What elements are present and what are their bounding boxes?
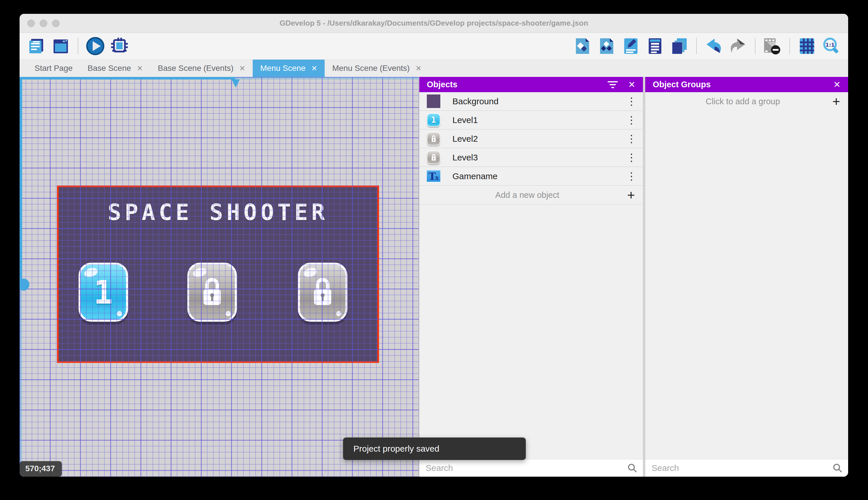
tab-close-icon[interactable]: ✕ <box>137 64 143 72</box>
object-groups-panel: Object Groups ✕ Click to add a group + <box>645 77 848 477</box>
debugger-icon[interactable] <box>110 37 129 56</box>
add-object-row[interactable]: Add a new object + <box>419 186 643 205</box>
traffic-lights <box>27 20 60 27</box>
thumb-letter-sub: x <box>435 174 438 181</box>
grid-icon[interactable] <box>797 37 817 56</box>
tab-label: Base Scene <box>87 64 131 73</box>
tab-close-icon[interactable]: ✕ <box>311 64 317 72</box>
toolbar-separator <box>696 38 697 54</box>
preview-play-icon[interactable] <box>86 37 105 56</box>
tab-label: Menu Scene <box>260 64 305 73</box>
redo-icon[interactable] <box>728 37 748 56</box>
zoom-ratio-text: 1:1 <box>825 42 835 48</box>
add-group-row[interactable]: Click to add a group + <box>645 92 848 111</box>
toolbar-separator <box>755 38 755 54</box>
thumb-number: 1 <box>431 115 436 125</box>
thumb-letter: T <box>429 171 436 181</box>
add-group-label: Click to add a group <box>653 97 832 106</box>
instances-list-icon[interactable] <box>646 37 665 56</box>
tab-close-icon[interactable]: ✕ <box>415 64 422 72</box>
object-groups-panel-header: Object Groups ✕ <box>645 77 848 92</box>
tab-menu-scene-events[interactable]: Menu Scene (Events) ✕ <box>325 60 429 77</box>
filter-icon[interactable] <box>608 81 618 88</box>
add-group-plus-icon[interactable]: + <box>832 95 840 108</box>
zoom-one-to-one-icon[interactable]: 1:1 <box>822 37 841 56</box>
scene-instance-background[interactable]: SPACE SHOOTER 1 <box>57 185 379 363</box>
scene-instance-level3[interactable] <box>298 263 348 322</box>
minimize-window-button[interactable] <box>40 20 47 27</box>
groups-search-input[interactable] <box>651 463 833 473</box>
tab-close-icon[interactable]: ✕ <box>239 64 245 72</box>
level3-thumbnail <box>427 151 440 164</box>
close-object-groups-panel-icon[interactable]: ✕ <box>833 79 841 90</box>
vertical-scrollbar-marker[interactable] <box>20 279 30 291</box>
main-area: SPACE SHOOTER 1 <box>20 77 848 477</box>
close-window-button[interactable] <box>27 20 35 27</box>
toolbar-separator <box>78 38 78 54</box>
tab-base-scene-events[interactable]: Base Scene (Events) ✕ <box>150 60 253 77</box>
scene-title-text: SPACE SHOOTER <box>59 199 377 225</box>
object-row-level2[interactable]: Level2 ⋮ <box>419 129 643 148</box>
project-manager-icon[interactable] <box>27 37 46 56</box>
vertical-scrollbar[interactable] <box>20 77 22 477</box>
groups-search-bar <box>645 459 848 477</box>
zoom-window-button[interactable] <box>52 20 60 27</box>
add-object-plus-icon[interactable]: + <box>627 189 635 202</box>
scene-canvas[interactable]: SPACE SHOOTER 1 <box>20 77 419 477</box>
add-object-label: Add a new object <box>427 190 627 200</box>
lock-icon <box>199 276 225 308</box>
objects-search-input[interactable] <box>425 463 627 473</box>
scene-instance-level2[interactable] <box>187 263 237 322</box>
object-name: Background <box>453 96 626 106</box>
lock-icon <box>431 154 437 162</box>
objects-panel-header: Objects ✕ <box>419 77 643 92</box>
render-mask-icon[interactable] <box>763 37 782 56</box>
object-menu-icon[interactable]: ⋮ <box>626 115 637 125</box>
toolbar-separator <box>789 38 790 54</box>
tab-start-page[interactable]: Start Page <box>27 60 80 77</box>
panel-resize-handle[interactable] <box>643 77 645 477</box>
edit-scene-properties-icon[interactable] <box>621 37 640 56</box>
object-row-level3[interactable]: Level3 ⋮ <box>419 148 643 167</box>
object-menu-icon[interactable]: ⋮ <box>626 96 637 106</box>
text-object-thumbnail: Tx <box>427 169 440 183</box>
objects-panel: Objects ✕ Background ⋮ 1 Level1 ⋮ <box>419 77 643 477</box>
add-object-icon[interactable] <box>573 37 592 56</box>
objects-list: Background ⋮ 1 Level1 ⋮ <box>419 92 643 459</box>
undo-icon[interactable] <box>704 37 723 56</box>
object-name: Level3 <box>453 153 626 162</box>
objects-search-bar <box>419 459 643 477</box>
tab-menu-scene[interactable]: Menu Scene ✕ <box>253 60 325 77</box>
object-row-gamename[interactable]: Tx Gamename ⋮ <box>419 167 643 186</box>
toolbar-right: 1:1 <box>573 37 841 56</box>
layers-icon[interactable] <box>670 37 689 56</box>
titlebar: GDevelop 5 - /Users/dkarakay/Documents/G… <box>20 14 848 33</box>
object-menu-icon[interactable]: ⋮ <box>626 152 637 163</box>
tab-bar: Start Page Base Scene ✕ Base Scene (Even… <box>20 60 848 77</box>
lock-icon <box>309 276 336 308</box>
horizontal-scrollbar[interactable] <box>20 77 419 79</box>
close-objects-panel-icon[interactable]: ✕ <box>628 79 635 90</box>
search-icon <box>833 463 842 473</box>
object-menu-icon[interactable]: ⋮ <box>626 134 637 144</box>
background-thumbnail <box>427 94 440 108</box>
level1-number: 1 <box>94 274 113 311</box>
object-row-background[interactable]: Background ⋮ <box>419 92 643 111</box>
vertical-scrollbar-fill <box>20 77 22 284</box>
object-name: Gamename <box>453 171 626 181</box>
object-menu-icon[interactable]: ⋮ <box>626 171 637 181</box>
object-groups-panel-title: Object Groups <box>653 80 823 89</box>
window-title: GDevelop 5 - /Users/dkarakay/Documents/G… <box>20 19 848 28</box>
search-icon <box>627 463 637 473</box>
object-groups-icon[interactable] <box>597 37 616 56</box>
tab-base-scene[interactable]: Base Scene ✕ <box>80 60 150 77</box>
cursor-coordinates-badge: 570;437 <box>20 461 62 477</box>
object-groups-list: Click to add a group + <box>645 92 848 459</box>
scene-editor-icon[interactable] <box>51 37 70 56</box>
object-name: Level2 <box>453 134 626 144</box>
level2-thumbnail <box>427 132 440 146</box>
scene-instance-level1[interactable]: 1 <box>79 263 128 322</box>
object-row-level1[interactable]: 1 Level1 ⋮ <box>419 111 643 129</box>
horizontal-scrollbar-marker[interactable] <box>232 79 240 88</box>
lock-icon <box>431 135 437 143</box>
